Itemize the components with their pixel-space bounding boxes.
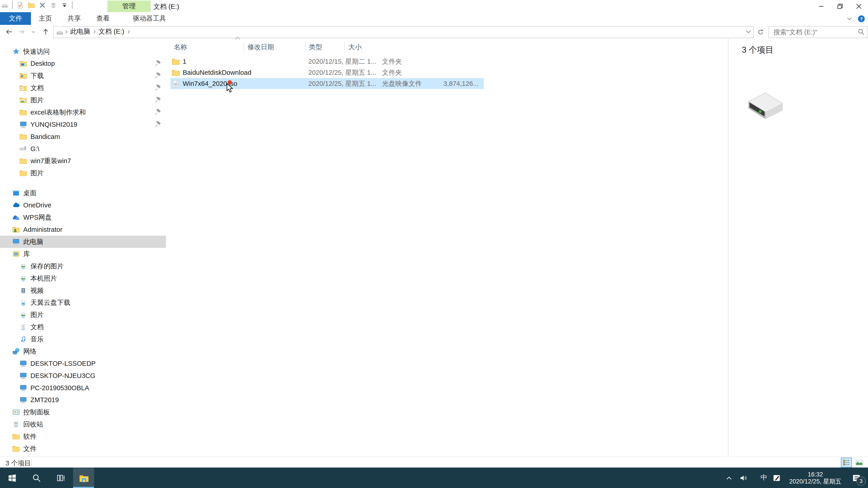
sidebar-item[interactable]: DESKTOP-LSSOEDP (0, 357, 166, 369)
start-button[interactable] (0, 467, 24, 488)
sidebar-item[interactable]: OneDrive (0, 199, 166, 212)
sidebar-item[interactable]: 软件 (0, 430, 166, 443)
ribbon-tab[interactable]: 主页 (31, 12, 60, 25)
sidebar-item[interactable]: 保存的图片 (0, 260, 166, 272)
sidebar-item[interactable]: DESKTOP-NJEU3CG (0, 369, 166, 382)
volume[interactable] (737, 469, 749, 486)
back-button[interactable] (3, 26, 16, 37)
up-button[interactable] (40, 26, 52, 37)
search-icon[interactable] (857, 28, 865, 35)
pin-icon (154, 96, 162, 103)
column-headers: 名称修改日期类型大小 (170, 41, 362, 53)
column-header[interactable]: 类型 (306, 41, 345, 53)
sidebar-item[interactable]: YUNQISHI2019 (0, 119, 166, 131)
sort-ascending-icon[interactable] (235, 37, 240, 40)
folder-desktop-icon (20, 60, 27, 67)
computer-icon (12, 238, 20, 246)
recent-locations-button[interactable] (28, 26, 40, 37)
qat-button[interactable] (39, 1, 46, 8)
address-dropdown-icon[interactable] (745, 27, 752, 35)
folder-icon (12, 433, 20, 440)
expand-ribbon-button[interactable] (845, 14, 854, 23)
minimize-button[interactable] (811, 0, 830, 12)
hidden-icons-chevron[interactable] (723, 469, 735, 486)
tray-items: 中 (723, 469, 782, 486)
sidebar-item[interactable]: WPS网盘 (0, 212, 166, 224)
tray-app[interactable] (771, 469, 783, 486)
qat-button[interactable] (28, 1, 35, 8)
sidebar-item[interactable]: ZMT2019 (0, 394, 166, 406)
pin-icon (154, 72, 162, 79)
sidebar-item[interactable]: 快速访问 (0, 45, 166, 58)
column-header[interactable]: 名称 (170, 41, 244, 53)
file-date: 2020/12/25, 星期五 1... (305, 79, 379, 88)
sidebar-item[interactable]: 控制面板 (0, 406, 166, 418)
qat-button[interactable] (17, 1, 24, 8)
sidebar-item[interactable]: 库 (0, 248, 166, 260)
address-field[interactable]: 此电脑 文档 (E:) (53, 26, 754, 38)
task-view-button[interactable] (49, 467, 73, 488)
sidebar-item[interactable]: Desktop (0, 58, 166, 70)
forward-button[interactable] (16, 26, 28, 37)
column-header[interactable]: 大小 (345, 41, 362, 53)
taskbar-clock[interactable]: 16:32 2020/12/25, 星期五 (785, 470, 846, 485)
large-icons-view-button[interactable] (854, 457, 865, 467)
ime-indicator[interactable]: 中 (752, 469, 768, 486)
sidebar-item[interactable]: 图片 (0, 167, 166, 180)
refresh-button[interactable] (755, 26, 766, 37)
sidebar-item[interactable]: 下载 (0, 70, 166, 82)
sidebar-item[interactable]: 图片 (0, 309, 166, 321)
column-header[interactable]: 修改日期 (244, 41, 306, 53)
breadcrumb-item[interactable]: 文档 (E:) (97, 27, 126, 37)
sidebar-item[interactable]: 文档 (0, 82, 166, 94)
sidebar-item[interactable]: 文件 (0, 443, 166, 455)
taskbar-file-explorer-button[interactable] (73, 467, 94, 488)
sidebar-item[interactable]: Bandicam (0, 131, 166, 143)
folder-icon (172, 57, 180, 66)
sidebar-item[interactable]: PC-20190530OBLA (0, 382, 166, 394)
sidebar-item[interactable]: excel表格制作求和 (0, 106, 166, 119)
help-button[interactable]: ? (857, 14, 866, 23)
file-row[interactable]: Win7x64_2020.iso 2020/12/25, 星期五 1... 光盘… (170, 78, 484, 89)
ribbon-tab[interactable]: 查看 (89, 12, 117, 25)
breadcrumb-chevron-icon[interactable] (64, 29, 68, 34)
search-input[interactable] (772, 27, 858, 36)
sidebar-item[interactable]: win7重装win7 (0, 155, 166, 167)
ribbon-tab[interactable]: 文件 (0, 12, 31, 25)
sidebar-item[interactable]: 文档 (0, 321, 166, 333)
search-icon (32, 473, 41, 482)
maximize-icon (837, 3, 843, 9)
sidebar-item[interactable]: 音乐 (0, 333, 166, 345)
sidebar-item[interactable]: 图片 (0, 94, 166, 106)
sidebar-item[interactable]: 桌面 (0, 187, 166, 199)
navigation-pane: 快速访问 Desktop 下载 (0, 45, 166, 457)
file-row[interactable]: BaiduNetdiskDownload 2020/12/25, 星期五 1..… (170, 67, 484, 78)
recycle-bin-icon (50, 1, 57, 8)
sidebar-item[interactable]: 天翼云盘下载 (0, 297, 166, 309)
breadcrumb-item[interactable]: 此电脑 (68, 27, 92, 37)
sidebar-item[interactable]: Administrator (0, 223, 166, 236)
breadcrumb-chevron-icon[interactable] (92, 29, 97, 34)
clock-time: 16:32 (789, 470, 842, 478)
wps-cloud-icon (12, 214, 20, 221)
taskbar-search-button[interactable] (24, 467, 49, 488)
file-row[interactable]: 1 2020/12/15, 星期二 1... 文件夹 (170, 56, 484, 67)
sidebar-item[interactable]: 视频 (0, 285, 166, 297)
sidebar-item[interactable]: 网络 (0, 345, 166, 357)
folder-icon (20, 157, 27, 165)
file-type: 文件夹 (379, 68, 440, 77)
ribbon-tab[interactable]: 共享 (60, 12, 88, 25)
ribbon-tab[interactable]: 驱动器工具 (125, 12, 174, 25)
sidebar-item[interactable]: 回收站 (0, 418, 166, 430)
action-center-button[interactable]: 3 (848, 467, 865, 488)
sidebar-item[interactable]: 此电脑 (0, 236, 166, 248)
details-view-button[interactable] (841, 457, 852, 467)
qat-button[interactable] (61, 1, 68, 8)
breadcrumb-chevron-icon[interactable] (126, 29, 131, 34)
close-button[interactable] (849, 0, 868, 12)
maximize-button[interactable] (830, 0, 849, 12)
sidebar-item[interactable]: 本机照片 (0, 272, 166, 285)
qat-button[interactable] (50, 1, 57, 8)
sidebar-item[interactable]: ? G:\ (0, 143, 166, 155)
folder-icon (172, 68, 180, 76)
